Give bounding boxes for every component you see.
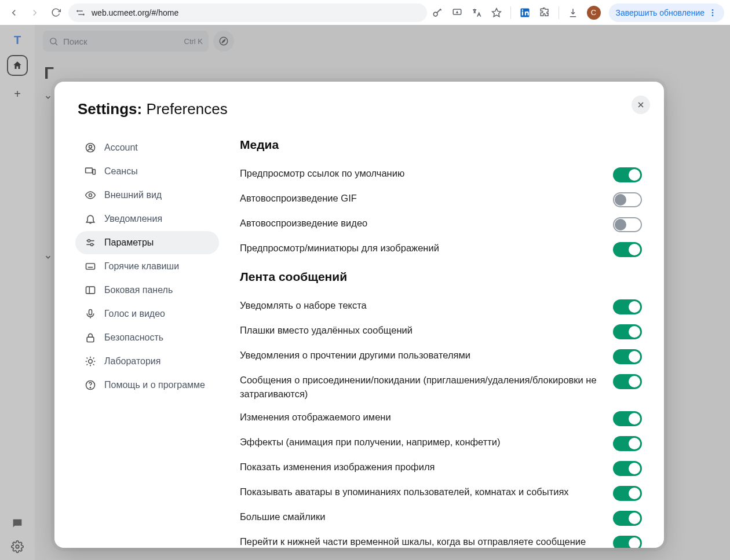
- modal-title-prefix: Settings:: [78, 100, 142, 118]
- setting-toggle[interactable]: [613, 511, 642, 526]
- svg-point-3: [83, 14, 85, 15]
- setting-label: Перейти к нижней части временной шкалы, …: [240, 535, 601, 548]
- svg-point-31: [89, 360, 93, 364]
- svg-marker-6: [492, 8, 501, 16]
- site-info-icon[interactable]: [75, 8, 86, 18]
- setting-row: Уведомления о прочтении другими пользова…: [240, 344, 642, 369]
- svg-point-4: [433, 12, 437, 16]
- setting-toggle[interactable]: [613, 411, 642, 426]
- setting-row: Уведомлять о наборе текста: [240, 294, 642, 319]
- close-button[interactable]: [632, 96, 650, 114]
- setting-label: Автовоспроизведение видео: [240, 217, 601, 230]
- setting-row: Показывать аватары в упоминаниях пользов…: [240, 481, 642, 506]
- key-icon[interactable]: [432, 7, 443, 19]
- setting-row: Плашки вместо удалённых сообщений: [240, 319, 642, 344]
- setting-toggle[interactable]: [613, 324, 642, 339]
- address-bar[interactable]: web.ucmeet.org/#/home: [68, 3, 427, 22]
- setting-toggle[interactable]: [613, 536, 642, 548]
- separator: [559, 6, 559, 19]
- sidebar-item-10[interactable]: Помощь и о программе: [75, 374, 219, 397]
- setting-toggle[interactable]: [613, 217, 642, 232]
- downloads-icon[interactable]: [567, 7, 579, 19]
- setting-toggle[interactable]: [613, 192, 642, 207]
- forward-button[interactable]: [27, 5, 43, 21]
- svg-point-21: [89, 194, 92, 197]
- svg-rect-20: [93, 170, 95, 174]
- sidebar-item-0[interactable]: Account: [75, 136, 219, 159]
- setting-toggle[interactable]: [613, 299, 642, 314]
- svg-rect-8: [521, 11, 523, 15]
- svg-point-24: [87, 240, 90, 242]
- setting-label: Предпросмотр/миниатюры для изображений: [240, 241, 601, 255]
- setting-toggle[interactable]: [613, 374, 642, 389]
- help-icon: [85, 379, 96, 391]
- svg-point-33: [90, 387, 90, 388]
- sidebar-item-5[interactable]: Горячие клавиши: [75, 255, 219, 278]
- setting-toggle[interactable]: [613, 242, 642, 257]
- setting-toggle[interactable]: [613, 436, 642, 451]
- setting-toggle[interactable]: [613, 461, 642, 476]
- svg-rect-30: [87, 337, 94, 342]
- sidebar-item-label: Горячие клавиши: [104, 261, 179, 272]
- app-background: T + Поиск Ctrl K Г Settings: Preferences…: [0, 25, 730, 560]
- setting-toggle[interactable]: [613, 486, 642, 501]
- setting-label: Показать изменения изображения профиля: [240, 460, 601, 474]
- sidebar-item-4[interactable]: Параметры: [75, 231, 219, 254]
- svg-point-9: [521, 9, 523, 10]
- sidebar-item-1[interactable]: Сеансы: [75, 160, 219, 183]
- setting-label: Изменения отображаемого имени: [240, 411, 601, 424]
- person-circle-icon: [85, 142, 96, 153]
- sidebar-item-label: Боковая панель: [104, 284, 173, 295]
- sidebar-item-label: Помощь и о программе: [104, 379, 205, 390]
- settings-modal: Settings: Preferences AccountСеансыВнешн…: [54, 82, 664, 548]
- update-label: Завершить обновление: [616, 8, 705, 17]
- sidebar-item-2[interactable]: Внешний вид: [75, 184, 219, 207]
- avatar-letter: C: [591, 8, 596, 17]
- sidebar-item-6[interactable]: Боковая панель: [75, 279, 219, 302]
- sidebar-item-label: Параметры: [104, 237, 154, 248]
- translate-icon[interactable]: [471, 7, 483, 19]
- setting-row: Изменения отображаемого имени: [240, 406, 642, 431]
- bell-icon: [85, 213, 96, 225]
- setting-label: Показывать аватары в упоминаниях пользов…: [240, 485, 601, 499]
- update-button[interactable]: Завершить обновление: [609, 3, 724, 22]
- lock-icon: [85, 332, 96, 343]
- modal-title-suffix: Preferences: [146, 100, 227, 118]
- extensions-icon[interactable]: [539, 7, 550, 19]
- modal-body: AccountСеансыВнешний видУведомленияПарам…: [54, 124, 664, 548]
- modal-title: Settings: Preferences: [78, 100, 228, 118]
- setting-toggle[interactable]: [613, 349, 642, 364]
- svg-rect-26: [86, 263, 95, 269]
- setting-row: Большие смайлики: [240, 506, 642, 530]
- linkedin-icon[interactable]: [519, 7, 531, 19]
- install-icon[interactable]: [451, 7, 463, 19]
- sidebar-item-label: Голос и видео: [104, 308, 165, 319]
- more-vert-icon: [708, 8, 717, 17]
- modal-header: Settings: Preferences: [54, 82, 664, 124]
- setting-label: Автовоспроизведение GIF: [240, 192, 601, 206]
- setting-row: Автовоспроизведение GIF: [240, 187, 642, 212]
- devices-icon: [85, 166, 96, 177]
- setting-row: Предпросмотр/миниатюры для изображений: [240, 237, 642, 262]
- sidebar-item-7[interactable]: Голос и видео: [75, 302, 219, 325]
- setting-label: Большие смайлики: [240, 510, 601, 524]
- profile-avatar[interactable]: C: [587, 6, 601, 20]
- setting-toggle[interactable]: [613, 167, 642, 182]
- svg-rect-27: [86, 287, 95, 294]
- svg-point-12: [712, 14, 714, 16]
- keyboard-icon: [85, 261, 96, 272]
- setting-label: Плашки вместо удалённых сообщений: [240, 324, 601, 338]
- setting-row: Перейти к нижней части временной шкалы, …: [240, 530, 642, 548]
- setting-label: Предпросмотр ссылок по умолчанию: [240, 167, 601, 181]
- mic-icon: [85, 308, 96, 320]
- sidebar-item-8[interactable]: Безопасность: [75, 326, 219, 349]
- svg-point-10: [712, 9, 714, 11]
- reload-button[interactable]: [48, 5, 64, 21]
- setting-row: Сообщения о присоединении/покидании (при…: [240, 369, 642, 406]
- sidebar-item-9[interactable]: Лаборатория: [75, 350, 219, 373]
- setting-row: Автовоспроизведение видео: [240, 212, 642, 237]
- sidebar-item-3[interactable]: Уведомления: [75, 207, 219, 230]
- bookmark-star-icon[interactable]: [491, 7, 502, 19]
- svg-point-18: [89, 145, 92, 148]
- back-button[interactable]: [6, 5, 22, 21]
